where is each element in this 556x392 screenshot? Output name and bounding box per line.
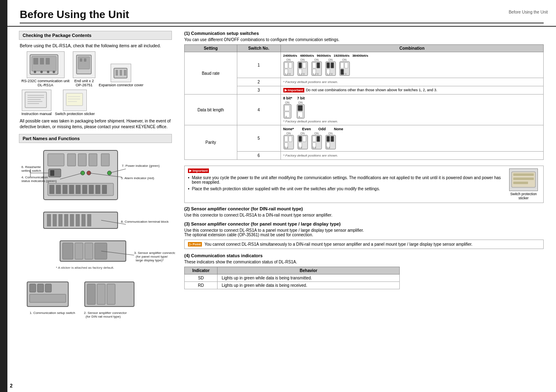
baud-combo-2: * Factory default positions are shown. bbox=[280, 78, 543, 86]
pkg-label-manual: Instruction manual bbox=[21, 112, 52, 116]
svg-text:5 6: 5 6 bbox=[313, 146, 316, 149]
svg-rect-113 bbox=[341, 62, 344, 68]
svg-text:setting switch: setting switch bbox=[21, 169, 41, 173]
comm-status-intro: These indicators show the communication … bbox=[184, 260, 544, 264]
svg-text:1 2 3: 1 2 3 bbox=[313, 73, 319, 75]
baud-combo-1: 2400bit/s 4800bit/s 9600bit/s 19200bit/s… bbox=[280, 52, 543, 78]
svg-rect-14 bbox=[116, 70, 118, 76]
svg-text:5. Alarm indicator (red): 5. Alarm indicator (red) bbox=[121, 176, 154, 180]
svg-rect-132 bbox=[303, 136, 306, 142]
svg-rect-45 bbox=[89, 185, 94, 194]
svg-rect-73 bbox=[85, 243, 93, 259]
svg-rect-4 bbox=[46, 58, 50, 65]
svg-rect-98 bbox=[299, 62, 302, 68]
svg-rect-103 bbox=[313, 62, 316, 68]
th-switchno: Switch No. bbox=[237, 45, 280, 52]
svg-text:status indicators (green): status indicators (green) bbox=[21, 179, 57, 183]
th-setting: Setting bbox=[185, 45, 237, 52]
two-column-layout: Checking the Package Contents Before usi… bbox=[7, 31, 556, 388]
pkg-item-sticker: Switch protection sticker bbox=[55, 90, 95, 116]
sensor-panel-section: (3) Sensor amplifier connector (for pane… bbox=[184, 221, 544, 249]
svg-point-5 bbox=[34, 71, 36, 73]
th-combination: Combination bbox=[280, 45, 543, 52]
svg-rect-84 bbox=[30, 294, 66, 302]
parity-row-5: Parity 5 None* Even Odd None bbox=[185, 125, 544, 152]
baud-setting: Baud rate bbox=[185, 52, 237, 95]
svg-rect-23 bbox=[66, 93, 83, 106]
svg-rect-12 bbox=[84, 58, 86, 62]
svg-rect-87 bbox=[87, 284, 95, 304]
indicator-sd: SD bbox=[185, 274, 218, 282]
svg-rect-142 bbox=[331, 136, 334, 142]
svg-rect-65 bbox=[76, 214, 80, 226]
svg-rect-2 bbox=[33, 58, 38, 65]
left-column: Checking the Package Contents Before usi… bbox=[12, 31, 176, 388]
comm-setup-section: (1) Communication setup switches You can… bbox=[184, 31, 544, 160]
part-diagram: 6. Read/write setting switch 4. Communic… bbox=[19, 146, 172, 319]
page-number: 2 bbox=[10, 383, 13, 389]
svg-text:1 2 3: 1 2 3 bbox=[285, 73, 291, 75]
svg-rect-147 bbox=[513, 178, 534, 180]
right-column: (1) Communication setup switches You can… bbox=[176, 31, 552, 388]
svg-rect-64 bbox=[70, 214, 74, 226]
databit-row: Data bit length 4 8 bit* 7 bit bbox=[185, 95, 544, 125]
point-text: You cannot connect DL-RS1A simultaneousl… bbox=[204, 242, 473, 247]
comm-status-title: (4) Communication status indicators bbox=[184, 253, 544, 258]
svg-point-6 bbox=[40, 71, 43, 73]
svg-text:5 6: 5 6 bbox=[299, 146, 302, 149]
databit-setting: Data bit length bbox=[185, 95, 237, 125]
svg-rect-40 bbox=[56, 185, 61, 194]
important-label-main: ▶ Important bbox=[188, 168, 209, 173]
svg-text:6. Read/write: 6. Read/write bbox=[21, 165, 41, 169]
important-box-main: ▶ Important • Make sure you cycle the po… bbox=[184, 166, 544, 203]
baud-row-1: Baud rate 1 2400bit/s 4800bit/s 9600bit/… bbox=[185, 52, 544, 78]
svg-rect-118 bbox=[285, 105, 290, 111]
svg-rect-11 bbox=[80, 58, 82, 62]
svg-rect-108 bbox=[327, 62, 330, 68]
sensor-din-section: (2) Sensor amplifier connector (for DIN-… bbox=[184, 206, 544, 217]
svg-rect-148 bbox=[513, 182, 528, 184]
pkg-intro: Before using the DL-RS1A, check that the… bbox=[19, 43, 172, 48]
indicator-row-rd: RD Lights up in green while data is bein… bbox=[185, 282, 400, 289]
svg-rect-141 bbox=[327, 136, 330, 142]
svg-rect-32 bbox=[101, 154, 109, 166]
behavior-rd: Lights up in green while data is being r… bbox=[218, 282, 400, 289]
baud-sw-1: 1 bbox=[237, 52, 280, 78]
pkg-label-connector-cover: Expansion connector cover bbox=[99, 83, 144, 87]
baud-sw-2: 2 bbox=[237, 78, 280, 86]
pkg-item-rs232c: RS-232C communication unitDL-RS1A bbox=[21, 51, 70, 87]
svg-rect-72 bbox=[75, 243, 83, 259]
svg-text:1 2 3: 1 2 3 bbox=[341, 73, 347, 75]
page-header: Before Using the Unit Before Using the U… bbox=[7, 4, 556, 27]
pkg-note: All possible care was taken in packaging… bbox=[20, 118, 172, 130]
comm-setup-intro: You can use different ON/OFF combination… bbox=[184, 37, 544, 42]
svg-rect-81 bbox=[30, 284, 36, 292]
important-sticker-img: Switch protection sticker bbox=[507, 168, 540, 200]
pkg-section-header: Checking the Package Contents bbox=[19, 31, 172, 40]
pkg-img-rs232c bbox=[27, 51, 65, 78]
svg-rect-39 bbox=[49, 185, 54, 194]
baud-row-2: 2 * Factory default positions are shown. bbox=[185, 78, 544, 86]
svg-rect-114 bbox=[345, 62, 348, 68]
svg-rect-41 bbox=[63, 185, 67, 194]
pkg-images-row2: Instruction manual Switch prote bbox=[19, 90, 172, 116]
svg-rect-42 bbox=[69, 185, 74, 194]
svg-rect-43 bbox=[76, 185, 81, 194]
sensor-din-text: Use this connector to connect DL-RS1A to… bbox=[184, 213, 544, 217]
svg-rect-46 bbox=[95, 185, 100, 194]
page-title: Before Using the Unit bbox=[20, 8, 129, 21]
databit-combo: 8 bit* 7 bit ON bbox=[280, 95, 543, 125]
pkg-images-row1: RS-232C communication unitDL-RS1A bbox=[19, 51, 172, 87]
svg-text:large display type)*: large display type)* bbox=[136, 258, 164, 262]
pkg-img-sticker bbox=[63, 90, 87, 111]
baud-sw-3: 3 bbox=[237, 86, 280, 95]
th-indicator: Indicator bbox=[185, 267, 218, 274]
comm-status-section: (4) Communication status indicators Thes… bbox=[184, 253, 544, 289]
svg-rect-15 bbox=[120, 70, 122, 76]
svg-rect-131 bbox=[299, 136, 302, 142]
svg-rect-3 bbox=[40, 58, 44, 65]
svg-rect-61 bbox=[53, 214, 57, 226]
indicator-table: Indicator Behavior SD Lights up in green… bbox=[184, 267, 400, 289]
svg-text:1. Communication setup switch: 1. Communication setup switch bbox=[30, 311, 75, 315]
svg-rect-34 bbox=[50, 170, 54, 176]
